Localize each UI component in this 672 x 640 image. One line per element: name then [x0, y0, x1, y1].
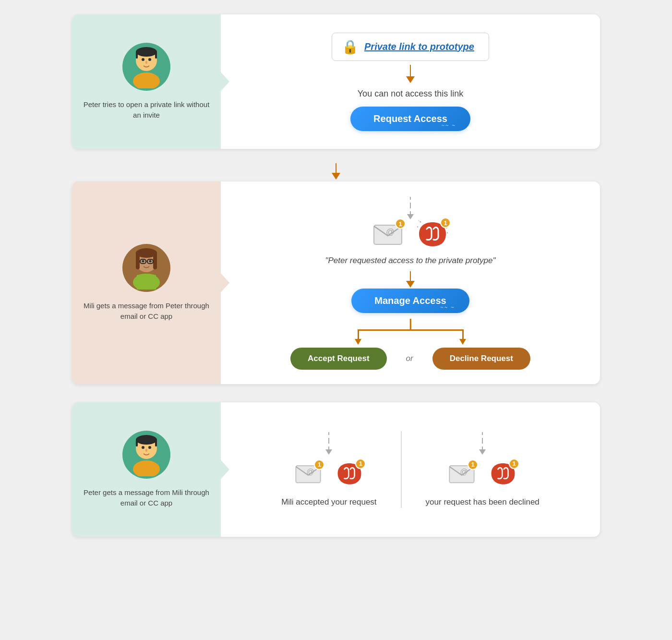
- cursor-icon-2: ↖: [465, 305, 475, 319]
- manage-access-button[interactable]: Manage Access ↖: [351, 289, 469, 313]
- svg-point-2: [136, 47, 157, 57]
- svg-rect-12: [153, 251, 157, 269]
- svg-point-5: [142, 58, 144, 61]
- section-3-label: Peter gets a message from Mili through e…: [82, 487, 211, 509]
- svg-point-6: [148, 58, 151, 61]
- section-2-label: Mili gets a message from Peter through e…: [82, 301, 211, 322]
- request-access-button[interactable]: Request Access ↖: [350, 107, 470, 131]
- svg-point-7: [145, 61, 147, 64]
- accepted-text: Mili accepted your request: [281, 496, 376, 508]
- declined-email-badge: 1: [468, 459, 478, 470]
- declined-col: @ 1 1 your request has been: [426, 431, 540, 508]
- email-badge: 1: [395, 218, 406, 229]
- accepted-email-notif: @ 1: [295, 462, 322, 486]
- arrow-to-manage: [406, 271, 415, 288]
- section-2-left: Mili gets a message from Peter through e…: [72, 181, 221, 384]
- section-1-right: 🔒 Private link to prototype You can not …: [221, 14, 600, 149]
- svg-rect-11: [136, 251, 140, 269]
- svg-point-27: [136, 435, 157, 445]
- svg-text:@: @: [386, 227, 395, 237]
- private-link-text: Private link to prototype: [364, 41, 474, 52]
- svg-rect-29: [155, 440, 157, 447]
- declined-text: your request has been declined: [426, 496, 540, 508]
- svg-point-31: [148, 446, 151, 449]
- svg-point-16: [142, 260, 144, 262]
- notification-row: @ 1 1: [373, 220, 448, 249]
- peter-avatar-2: [122, 431, 170, 479]
- accepted-col: @ 1 1 Mili a: [281, 431, 376, 508]
- accept-request-button[interactable]: Accept Request: [290, 348, 386, 370]
- cc-badge: 1: [440, 217, 451, 228]
- section-1-left: Peter tries to open a private link witho…: [72, 14, 221, 149]
- accepted-cc-badge: 1: [355, 459, 366, 469]
- accepted-cc-notif: 1: [336, 461, 363, 487]
- inter-section-arrow-1: [332, 163, 340, 180]
- cc-notif: 1: [417, 220, 448, 249]
- section-1-card: Peter tries to open a private link witho…: [72, 14, 600, 149]
- cannot-access-text: You can not access this link: [358, 89, 463, 99]
- accepted-email-badge: 1: [314, 459, 324, 470]
- mili-avatar: [122, 244, 170, 292]
- svg-line-24: [417, 226, 418, 227]
- svg-rect-3: [136, 52, 138, 59]
- declined-cc-notif: 1: [490, 461, 516, 487]
- section-3-right: @ 1 1 Mili a: [221, 402, 600, 537]
- dashed-arrow-accept: [325, 432, 332, 455]
- result-row: @ 1 1 Mili a: [240, 431, 581, 508]
- svg-point-17: [149, 260, 152, 262]
- lock-icon: 🔒: [342, 39, 359, 55]
- declined-notif-row: @ 1 1: [448, 461, 516, 487]
- svg-point-32: [145, 449, 147, 452]
- cursor-icon: ↖: [466, 122, 476, 136]
- declined-cc-badge: 1: [509, 459, 519, 469]
- svg-text:@: @: [307, 468, 314, 476]
- declined-email-notif: @ 1: [448, 462, 475, 486]
- section-3-left: Peter gets a message from Mili through e…: [72, 402, 221, 537]
- svg-line-23: [419, 220, 421, 222]
- request-text: "Peter requested access to the private p…: [325, 256, 495, 266]
- dashed-arrow-decline: [479, 432, 486, 455]
- result-divider: [401, 431, 402, 508]
- email-notif: @ 1: [373, 221, 403, 248]
- peter-avatar: [122, 43, 170, 91]
- branch-buttons: Accept Request or Decline Request: [290, 348, 530, 370]
- svg-rect-4: [155, 52, 157, 59]
- dashed-arrow-top: [407, 197, 414, 219]
- svg-rect-28: [136, 440, 138, 447]
- section-1-label: Peter tries to open a private link witho…: [82, 99, 211, 121]
- decline-request-button[interactable]: Decline Request: [432, 348, 530, 370]
- branch-split: Accept Request or Decline Request: [240, 319, 581, 370]
- or-label: or: [406, 354, 413, 363]
- section-2-right: @ 1 1: [221, 181, 600, 384]
- accepted-notif-row: @ 1 1: [295, 461, 363, 487]
- svg-point-30: [142, 446, 144, 449]
- svg-text:@: @: [460, 468, 468, 476]
- arrow-1: [406, 65, 415, 83]
- section-3-card: Peter gets a message from Mili through e…: [72, 402, 600, 537]
- private-link-box: 🔒 Private link to prototype: [332, 33, 489, 61]
- section-2-card: Mili gets a message from Peter through e…: [72, 181, 600, 384]
